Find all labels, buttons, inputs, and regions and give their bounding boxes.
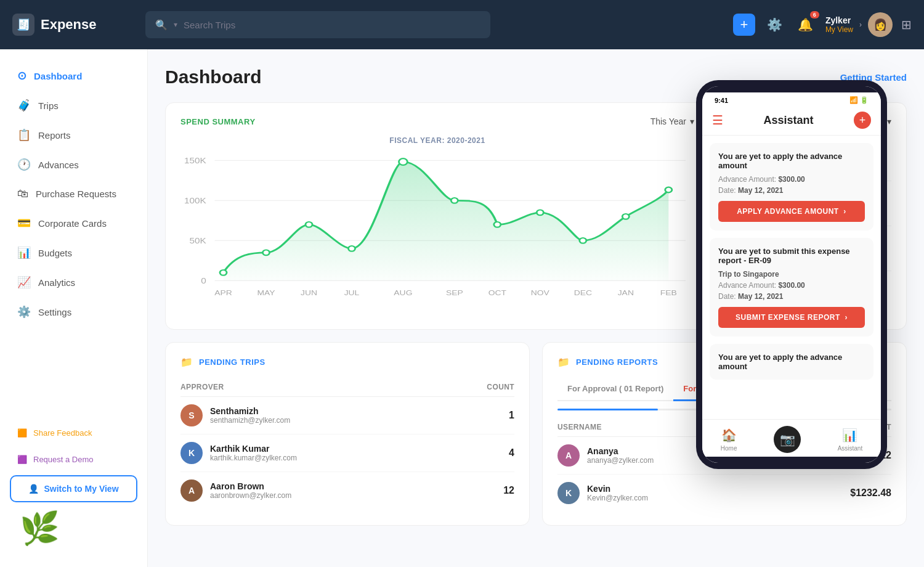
svg-text:AUG: AUG <box>394 290 412 297</box>
top-navigation: 🧾 Expense 🔍 ▾ + ⚙️ 🔔 6 Zylker My View › … <box>0 0 924 49</box>
sidebar-label-reports: Reports <box>38 130 71 141</box>
reports-icon: 📋 <box>17 128 31 142</box>
row-email: aaronbrown@zylker.com <box>210 491 291 500</box>
app-logo[interactable]: 🧾 Expense <box>12 14 136 36</box>
avatar: A <box>180 479 203 502</box>
user-avatar[interactable]: 👩 <box>868 12 893 37</box>
sidebar-item-trips[interactable]: 🧳 Trips <box>7 91 140 120</box>
table-row[interactable]: A Aaron Brown aaronbrown@zylker.com 12 <box>180 472 514 509</box>
add-button[interactable]: + <box>733 14 755 36</box>
settings-button[interactable]: ⚙️ <box>764 14 786 36</box>
row-info: Aaron Brown aaronbrown@zylker.com <box>210 481 291 500</box>
sidebar-item-dashboard[interactable]: ⊙ Dashboard <box>7 62 140 90</box>
svg-point-13 <box>451 198 458 203</box>
svg-point-15 <box>537 210 543 216</box>
switch-to-my-view-button[interactable]: 👤 Switch to My View <box>10 475 137 502</box>
phone-nav-assistant[interactable]: 📊 Assistant <box>838 428 863 452</box>
username-col-header: USERNAME <box>557 423 602 431</box>
share-feedback-button[interactable]: 🟧 Share Feedback <box>10 422 137 444</box>
svg-text:JUN: JUN <box>301 290 317 297</box>
sidebar-item-reports[interactable]: 📋 Reports <box>7 121 140 149</box>
row-left: A Aaron Brown aaronbrown@zylker.com <box>180 479 291 502</box>
notif-advance-amount-2: Advance Amount: $300.00 <box>718 281 865 290</box>
plant-icon: 🌿 <box>20 510 60 547</box>
table-row[interactable]: K Karthik Kumar karthik.kumar@zylker.com… <box>180 434 514 472</box>
notif-heading-3: You are yet to apply the advance amount <box>718 353 865 371</box>
notif-trip-2: Trip to Singapore <box>718 270 865 279</box>
overall-year-chevron-icon: ▾ <box>887 116 891 126</box>
apply-advance-amount-button[interactable]: APPLY ADVANCE AMOUNT › <box>718 201 865 222</box>
sidebar-item-analytics[interactable]: 📈 Analytics <box>7 268 140 296</box>
grid-apps-icon[interactable]: ⊞ <box>901 17 912 32</box>
spend-summary-year-selector[interactable]: This Year ▾ <box>650 116 694 126</box>
sidebar-item-advances[interactable]: 🕐 Advances <box>7 150 140 179</box>
spend-summary-card: SPEND SUMMARY This Year ▾ FISCAL YEAR: 2… <box>165 102 710 330</box>
avatar: S <box>180 404 203 426</box>
sidebar-label-settings: Settings <box>38 307 71 317</box>
sidebar-label-budgets: Budgets <box>38 248 72 258</box>
submit-expense-report-button[interactable]: SUBMIT EXPENSE REPORT › <box>718 307 865 328</box>
row-left: K Kevin Kevin@zylker.com <box>557 482 648 504</box>
sidebar-item-corporate-cards[interactable]: 💳 Corporate Cards <box>7 209 140 237</box>
svg-point-16 <box>580 238 586 243</box>
search-input[interactable] <box>184 20 480 30</box>
spend-summary-period: This Year <box>650 116 686 126</box>
notif-date-2: Date: May 12, 2021 <box>718 292 865 301</box>
row-amount: $1232.48 <box>850 487 891 499</box>
notifications-button[interactable]: 🔔 6 <box>795 14 817 36</box>
phone-nav-camera[interactable]: 📷 <box>774 426 801 453</box>
search-bar[interactable]: 🔍 ▾ <box>145 11 490 38</box>
app-name: Expense <box>41 17 97 33</box>
sidebar-item-purchase-requests[interactable]: 🛍 Purchase Requests <box>7 180 140 208</box>
svg-point-14 <box>494 222 501 227</box>
sidebar: ⊙ Dashboard 🧳 Trips 📋 Reports 🕐 Advances… <box>0 49 148 567</box>
assistant-notification-3: You are yet to apply the advance amount <box>710 344 873 380</box>
svg-point-18 <box>665 187 672 193</box>
table-row[interactable]: S Senthamizh senthamizh@zylker.com 1 <box>180 397 514 434</box>
dashboard-icon: ⊙ <box>17 69 26 83</box>
home-icon: 🏠 <box>721 428 737 443</box>
row-name: Ananya <box>587 446 654 456</box>
sidebar-bottom: 🟧 Share Feedback 🟪 Request a Demo 👤 Swit… <box>0 415 147 555</box>
phone-nav-home[interactable]: 🏠 Home <box>721 428 737 452</box>
sidebar-item-budgets[interactable]: 📊 Budgets <box>7 239 140 267</box>
tab-for-approval[interactable]: For Approval ( 01 Report) <box>557 378 673 401</box>
count-col-header: COUNT <box>487 383 514 391</box>
logo-icon: 🧾 <box>12 14 34 36</box>
assistant-add-button[interactable]: + <box>854 112 871 129</box>
spend-summary-title: SPEND SUMMARY <box>180 117 256 126</box>
search-icon: 🔍 <box>155 19 168 31</box>
notif-heading-1: You are yet to apply the advance amount <box>718 152 865 170</box>
request-demo-button[interactable]: 🟪 Request a Demo <box>10 449 137 470</box>
svg-text:50K: 50K <box>190 237 206 245</box>
svg-text:FEB: FEB <box>660 290 677 297</box>
row-name: Senthamizh <box>210 406 290 416</box>
sidebar-label-purchase-requests: Purchase Requests <box>36 189 116 199</box>
assistant-menu-icon[interactable]: ☰ <box>712 113 723 128</box>
svg-point-10 <box>306 222 312 227</box>
svg-text:JUL: JUL <box>344 290 360 297</box>
row-name: Kevin <box>587 484 648 494</box>
phone-top-notch <box>702 86 881 92</box>
request-demo-icon: 🟪 <box>17 455 27 464</box>
svg-text:100K: 100K <box>184 197 206 205</box>
pending-reports-title: PENDING REPORTS <box>576 357 658 367</box>
user-view: My View <box>825 25 853 34</box>
svg-text:0: 0 <box>201 277 206 285</box>
pending-trips-title: PENDING TRIPS <box>199 357 265 367</box>
row-info: Ananya ananya@zylker.com <box>587 446 654 465</box>
settings-icon: ⚙️ <box>17 305 31 319</box>
notif-date-1: Date: May 12, 2021 <box>718 186 865 195</box>
table-row[interactable]: K Kevin Kevin@zylker.com $1232.48 <box>557 475 891 512</box>
page-title: Dashboard <box>165 67 262 88</box>
notif-heading-2: You are yet to submit this expense repor… <box>718 247 865 265</box>
sidebar-label-analytics: Analytics <box>38 277 75 288</box>
row-count: 1 <box>509 410 514 421</box>
avatar: A <box>557 444 580 467</box>
svg-point-8 <box>220 270 227 275</box>
share-feedback-label: Share Feedback <box>33 428 92 438</box>
share-feedback-icon: 🟧 <box>17 428 27 438</box>
sidebar-item-settings[interactable]: ⚙️ Settings <box>7 298 140 326</box>
user-menu[interactable]: Zylker My View › 👩 <box>825 12 893 37</box>
search-dropdown-arrow[interactable]: ▾ <box>174 20 177 29</box>
